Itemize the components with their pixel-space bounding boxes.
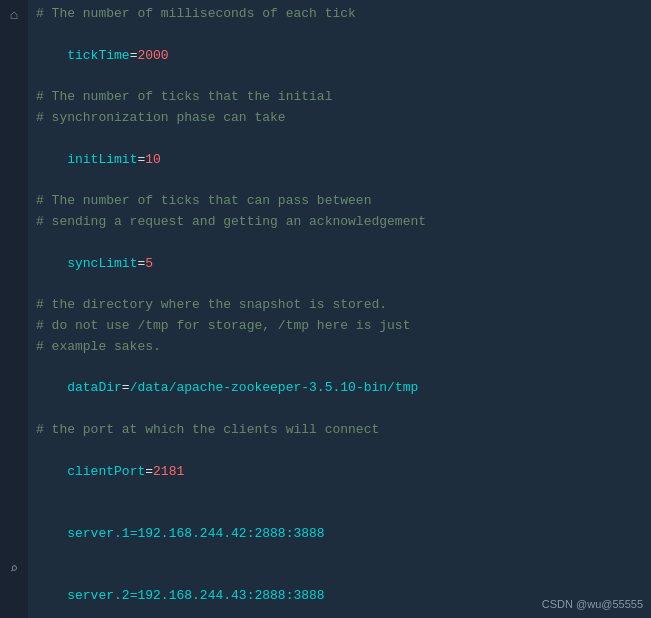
- code-line: server.1=192.168.244.42:2888:3888: [36, 503, 643, 565]
- comment-text: # The number of ticks that the initial: [36, 89, 332, 104]
- comment-text: # The number of milliseconds of each tic…: [36, 6, 356, 21]
- config-value: 2181: [153, 464, 184, 479]
- code-line: # The number of ticks that the initial: [36, 87, 643, 108]
- code-line: syncLimit=5: [36, 233, 643, 295]
- code-line: # The number of ticks that can pass betw…: [36, 191, 643, 212]
- code-line: # example sakes.: [36, 337, 643, 358]
- config-value: 5: [145, 256, 153, 271]
- code-editor: # The number of milliseconds of each tic…: [28, 0, 651, 618]
- code-line: initLimit=10: [36, 129, 643, 191]
- code-line: # sending a request and getting an ackno…: [36, 212, 643, 233]
- code-line: dataDir=/data/apache-zookeeper-3.5.10-bi…: [36, 358, 643, 420]
- comment-text: # The number of ticks that can pass betw…: [36, 193, 371, 208]
- code-line: tickTime=2000: [36, 25, 643, 87]
- comment-text: # example sakes.: [36, 339, 161, 354]
- search-icon[interactable]: ⌕: [4, 558, 24, 578]
- code-line: server.2=192.168.244.43:2888:3888: [36, 566, 643, 618]
- comment-text: # sending a request and getting an ackno…: [36, 214, 426, 229]
- comment-text: # do not use /tmp for storage, /tmp here…: [36, 318, 410, 333]
- code-line: # do not use /tmp for storage, /tmp here…: [36, 316, 643, 337]
- server-config: server.1=192.168.244.42:2888:3888: [67, 526, 324, 541]
- config-key: tickTime: [67, 48, 129, 63]
- code-line: clientPort=2181: [36, 441, 643, 503]
- sidebar: ⌂ ⌕: [0, 0, 28, 618]
- comment-text: # the port at which the clients will con…: [36, 422, 379, 437]
- watermark-user: @wu@55555: [576, 598, 643, 610]
- comment-text: # the directory where the snapshot is st…: [36, 297, 387, 312]
- server-config: server.2=192.168.244.43:2888:3888: [67, 588, 324, 603]
- config-value: /data/apache-zookeeper-3.5.10-bin/tmp: [130, 380, 419, 395]
- config-key: dataDir: [67, 380, 122, 395]
- comment-text: # synchronization phase can take: [36, 110, 286, 125]
- code-line: # The number of milliseconds of each tic…: [36, 4, 643, 25]
- code-line: # the port at which the clients will con…: [36, 420, 643, 441]
- code-line: # synchronization phase can take: [36, 108, 643, 129]
- config-value: 2000: [137, 48, 168, 63]
- watermark: CSDN @wu@55555: [542, 598, 643, 610]
- config-key: clientPort: [67, 464, 145, 479]
- code-line: # the directory where the snapshot is st…: [36, 295, 643, 316]
- config-key: initLimit: [67, 152, 137, 167]
- home-icon[interactable]: ⌂: [4, 5, 24, 25]
- watermark-csdn: CSDN: [542, 598, 573, 610]
- config-key: syncLimit: [67, 256, 137, 271]
- config-value: 10: [145, 152, 161, 167]
